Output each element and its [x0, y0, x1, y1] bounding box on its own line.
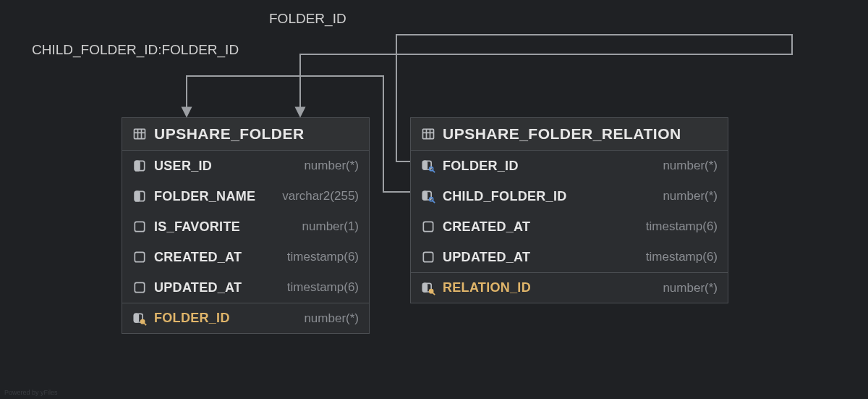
foreign-key-icon [421, 159, 435, 173]
column-row[interactable]: UPDATED_AT timestamp(6) [122, 272, 369, 303]
column-name: IS_FAVORITE [154, 219, 240, 235]
svg-line-32 [433, 292, 435, 294]
column-name: CREATED_AT [154, 250, 242, 265]
column-row[interactable]: IS_FAVORITE number(1) [122, 211, 369, 242]
column-row-pk[interactable]: RELATION_ID number(*) [411, 272, 728, 303]
column-type: timestamp(6) [287, 250, 359, 264]
primary-key-icon [132, 311, 147, 326]
column-type: timestamp(6) [646, 219, 718, 234]
diagram-canvas: FOLDER_ID CHILD_FOLDER_ID:FOLDER_ID UPSH… [0, 0, 868, 399]
column-type: varchar2(255) [282, 189, 359, 203]
svg-rect-15 [423, 129, 434, 138]
svg-rect-7 [135, 191, 140, 201]
column-type: number(*) [663, 189, 718, 203]
svg-line-14 [144, 322, 146, 324]
column-row[interactable]: CREATED_AT timestamp(6) [411, 211, 728, 242]
column-row[interactable]: CREATED_AT timestamp(6) [122, 242, 369, 272]
column-row[interactable]: CHILD_FOLDER_ID number(*) [411, 181, 728, 211]
table-title: UPSHARE_FOLDER_RELATION [443, 125, 681, 143]
relationship-label-child-folder-id: CHILD_FOLDER_ID:FOLDER_ID [32, 42, 239, 58]
column-name: FOLDER_ID [443, 159, 519, 174]
foreign-key-icon [421, 189, 435, 203]
column-icon [421, 219, 435, 234]
svg-rect-5 [135, 161, 140, 170]
column-name: USER_ID [154, 159, 212, 174]
column-row-pk[interactable]: FOLDER_ID number(*) [122, 303, 369, 333]
column-name: CHILD_FOLDER_ID [443, 189, 567, 204]
column-notnull-icon [132, 189, 147, 203]
svg-rect-28 [423, 252, 433, 261]
primary-key-icon [421, 281, 435, 295]
table-header: UPSHARE_FOLDER [122, 118, 369, 151]
column-type: number(*) [663, 159, 718, 173]
svg-rect-27 [423, 222, 433, 231]
table-header: UPSHARE_FOLDER_RELATION [411, 118, 728, 151]
svg-rect-30 [423, 283, 427, 292]
column-name: RELATION_ID [443, 280, 531, 295]
column-row[interactable]: FOLDER_ID number(*) [411, 151, 728, 181]
column-icon [132, 250, 147, 264]
table-icon [132, 127, 147, 141]
powered-by-footnote: Powered by yFiles [4, 389, 58, 396]
column-icon [132, 219, 147, 234]
table-icon [421, 127, 435, 141]
svg-rect-0 [135, 129, 145, 138]
column-name: FOLDER_ID [154, 311, 230, 326]
svg-rect-9 [135, 252, 144, 261]
svg-rect-8 [135, 222, 144, 231]
table-title: UPSHARE_FOLDER [154, 125, 305, 143]
column-type: timestamp(6) [287, 280, 359, 295]
column-type: timestamp(6) [646, 250, 718, 264]
column-row[interactable]: USER_ID number(*) [122, 151, 369, 181]
svg-rect-12 [135, 314, 139, 322]
svg-rect-10 [135, 282, 144, 292]
column-type: number(*) [663, 281, 718, 295]
relationship-label-folder-id: FOLDER_ID [269, 11, 346, 27]
column-type: number(*) [304, 311, 359, 326]
table-upshare-folder-relation[interactable]: UPSHARE_FOLDER_RELATION FOLDER_ID number… [410, 117, 728, 303]
column-name: CREATED_AT [443, 219, 530, 235]
table-upshare-folder[interactable]: UPSHARE_FOLDER USER_ID number(*) FOLDER_… [122, 117, 370, 334]
svg-line-22 [433, 170, 435, 172]
column-type: number(*) [304, 159, 359, 173]
column-name: UPDATED_AT [443, 250, 530, 265]
column-icon [132, 280, 147, 295]
column-name: UPDATED_AT [154, 280, 242, 295]
column-name: FOLDER_NAME [154, 189, 255, 204]
column-icon [421, 250, 435, 264]
column-notnull-icon [132, 159, 147, 173]
svg-rect-24 [423, 191, 427, 200]
column-row[interactable]: UPDATED_AT timestamp(6) [411, 242, 728, 272]
column-type: number(1) [302, 219, 359, 234]
svg-line-26 [433, 201, 435, 203]
column-row[interactable]: FOLDER_NAME varchar2(255) [122, 181, 369, 211]
svg-rect-20 [423, 161, 427, 169]
